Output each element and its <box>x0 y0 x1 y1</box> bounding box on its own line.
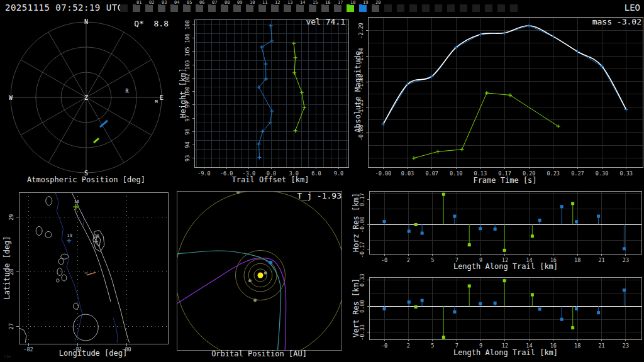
svg-text:-0: -0 <box>381 343 387 349</box>
svg-text:20: 20 <box>94 234 99 239</box>
frame-square <box>372 4 379 12</box>
frame-square <box>208 4 216 12</box>
frame-cell-17[interactable]: 17 <box>333 0 346 14</box>
frame-square <box>133 4 140 12</box>
svg-text:-0: -0 <box>381 257 387 263</box>
frame-number: 16 <box>325 0 331 5</box>
frame-cell-08[interactable]: 08 <box>220 0 233 14</box>
frame-number: 03 <box>161 0 167 5</box>
magnitude-chart-series-green <box>412 91 560 160</box>
svg-text:23: 23 <box>623 257 629 263</box>
svg-text:0.33: 0.33 <box>619 170 632 177</box>
svg-text:2: 2 <box>407 257 410 263</box>
frame-cell-12[interactable]: 12 <box>270 0 283 14</box>
frame-cell-04[interactable]: 04 <box>170 0 182 14</box>
station-marker-19: 19 <box>67 233 72 243</box>
frame-square <box>233 4 241 12</box>
svg-text:Z: Z <box>84 94 88 101</box>
frame-square <box>309 4 316 12</box>
frame-cell-empty-29 <box>484 0 497 14</box>
latitude-ylabel: Latitude [deg] <box>3 236 11 299</box>
horz-res-chart-grid <box>369 191 641 254</box>
length-along-trail-xlabel-1: Length Along Trail [km] <box>443 262 569 271</box>
frame-number: 14 <box>299 0 306 5</box>
q-value-label: Q* 8.8 <box>119 19 169 28</box>
mass-label: mass -3.02 <box>566 17 641 26</box>
atmospheric-polar-plot: NSWEZRM <box>9 18 164 177</box>
frame-square <box>145 4 153 12</box>
frame-square <box>321 4 329 12</box>
frame-square <box>296 4 304 12</box>
length-along-trail-xlabel-2: Length Along Trail [km] <box>443 348 569 357</box>
svg-text:93: 93 <box>184 155 191 162</box>
frame-cell-empty-25 <box>434 0 447 14</box>
frame-square <box>183 4 191 12</box>
ground-track <box>87 272 96 275</box>
svg-text:-0.00: -0.00 <box>375 170 392 177</box>
frame-number: 15 <box>312 0 318 5</box>
svg-text:N: N <box>84 18 88 25</box>
frame-cell-02[interactable]: 02 <box>145 0 157 14</box>
frame-number: 10 <box>249 0 255 5</box>
frame-cell-11[interactable]: 11 <box>258 0 270 14</box>
svg-text:2: 2 <box>407 343 410 349</box>
frame-square <box>435 4 442 12</box>
svg-text:9.0: 9.0 <box>334 170 343 177</box>
frame-square <box>422 4 430 12</box>
frame-number: 18 <box>350 0 356 5</box>
frame-cell-19[interactable]: 19 <box>358 0 371 14</box>
frame-number: 17 <box>337 0 343 5</box>
frame-selector-strip[interactable]: 0102030405060708091011121314151617181920 <box>119 0 522 14</box>
magnitude-chart-grid <box>368 17 643 167</box>
frame-cell-01[interactable]: 01 <box>132 0 145 14</box>
svg-text:94: 94 <box>184 141 191 148</box>
frame-cell-20[interactable]: 20 <box>371 0 384 14</box>
frame-cell-empty-24 <box>421 0 434 14</box>
frame-cell-14[interactable]: 14 <box>296 0 308 14</box>
trail-offset-chart-grid <box>194 19 348 167</box>
velocity-label: vel 74.1 <box>277 17 345 26</box>
svg-text:M: M <box>155 99 157 104</box>
orbital-caption: Orbital Position [AU] <box>196 349 322 358</box>
frame-cell-18[interactable]: 18 <box>346 0 358 14</box>
frame-cell-06[interactable]: 06 <box>195 0 208 14</box>
frame-cell-10[interactable]: 10 <box>245 0 258 14</box>
abs-magnitude-ylabel: Absolute Magnitude <box>353 51 362 133</box>
svg-text:21: 21 <box>598 343 604 349</box>
station-marker-18: 18 <box>73 199 79 210</box>
watermark: rjw <box>4 354 11 358</box>
svg-text:96: 96 <box>184 128 191 134</box>
svg-text:105: 105 <box>184 47 191 56</box>
frame-cell-05[interactable]: 05 <box>182 0 195 14</box>
frame-cell-empty-28 <box>472 0 484 14</box>
frame-cell-15[interactable]: 15 <box>308 0 321 14</box>
frame-square <box>447 4 455 12</box>
frame-square <box>170 4 178 12</box>
frame-square <box>258 4 266 12</box>
svg-text:5: 5 <box>431 257 434 263</box>
app-screen: -9.0-6.0-3.00.03.06.09.09394969799100102… <box>0 0 644 362</box>
horz-res-chart-stems <box>383 193 626 252</box>
trail-offset-chart: -9.0-6.0-3.00.03.06.09.09394969799100102… <box>184 19 348 177</box>
frame-cell-13[interactable]: 13 <box>283 0 296 14</box>
map-grid <box>19 192 168 344</box>
tisserand-label: T_j -1.93 <box>270 191 341 200</box>
top-bar: 20251115 07:52:19 UTC 010203040506070809… <box>0 0 644 15</box>
frame-cell-empty-23 <box>409 0 421 14</box>
frame-square <box>510 4 518 12</box>
svg-text:0.30: 0.30 <box>596 170 608 177</box>
horz-res-ylabel: Horz Res [km] <box>352 193 360 252</box>
height-ylabel: Height [km] <box>179 68 187 118</box>
frame-square <box>497 4 505 12</box>
frame-number: 20 <box>375 0 381 5</box>
frame-cell-07[interactable]: 07 <box>208 0 220 14</box>
frame-cell-16[interactable]: 16 <box>321 0 333 14</box>
earth-marker <box>269 261 272 265</box>
frame-cell-03[interactable]: 03 <box>157 0 170 14</box>
frame-square <box>158 4 165 12</box>
frame-cell-09[interactable]: 09 <box>233 0 245 14</box>
svg-text:108: 108 <box>184 20 191 30</box>
frame-number: 05 <box>186 0 192 5</box>
svg-text:E: E <box>160 94 164 101</box>
frame-cell-empty-26 <box>447 0 459 14</box>
